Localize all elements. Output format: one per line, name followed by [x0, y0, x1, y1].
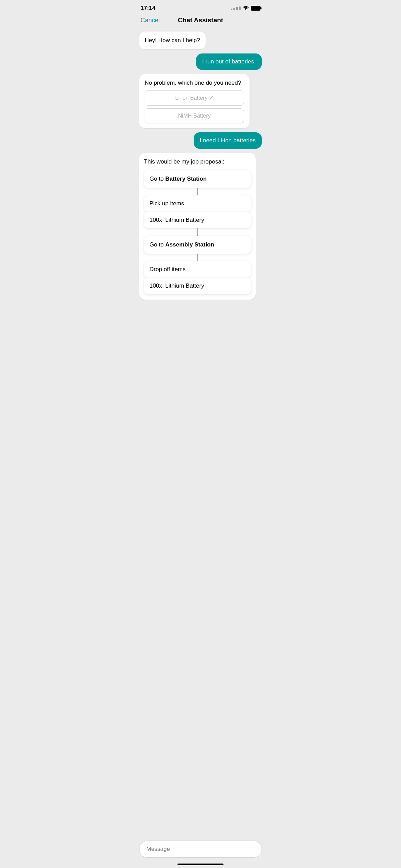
connector-1 [197, 188, 198, 195]
step-goto-assembly-text: Go to Assembly Station [149, 241, 214, 248]
status-time: 17:14 [141, 5, 155, 12]
user-message-2: I need Li-ion batteries [194, 132, 262, 149]
step-pickup-text: Pick up items [149, 200, 184, 207]
bot-message-1-text: Hey! How can I help? [145, 37, 200, 44]
connector-3 [197, 254, 198, 261]
wifi-icon [243, 6, 249, 11]
step-dropoff-text: Drop off items [149, 266, 186, 273]
connector-2 [197, 228, 198, 236]
user-message-1: I run out of batteries. [196, 53, 262, 70]
step-pickup: Pick up items [144, 195, 251, 212]
bot-message-2-text: No problem, which one do you need? [145, 80, 241, 86]
status-bar: 17:14 [134, 0, 267, 14]
cancel-button[interactable]: Cancel [141, 17, 160, 24]
step-dropoff: Drop off items [144, 261, 251, 278]
bot-message-2: No problem, which one do you need? Li-io… [139, 74, 250, 129]
step-goto-assembly: Go to Assembly Station [144, 236, 251, 254]
bot-message-1: Hey! How can I help? [139, 32, 206, 49]
user-message-2-text: I need Li-ion batteries [200, 137, 256, 144]
page-title: Chat Assistant [178, 16, 223, 24]
job-proposal-bubble: This would be my job proposal: Go to Bat… [139, 153, 256, 300]
status-icons [231, 6, 260, 11]
step-goto-battery: Go to Battery Station [144, 170, 251, 188]
battery-icon [251, 6, 260, 11]
battery-option-liion[interactable]: Li-ion Battery ✓ [145, 90, 244, 106]
signal-icon [231, 7, 241, 10]
step-dropoff-item: 100x Lithium Battery [144, 278, 251, 294]
step-goto-battery-text: Go to Battery Station [149, 176, 207, 182]
chat-area: Hey! How can I help? I run out of batter… [134, 28, 267, 334]
job-proposal-title: This would be my job proposal: [144, 158, 251, 165]
user-message-1-text: I run out of batteries. [202, 58, 256, 65]
battery-options: Li-ion Battery ✓ NiMH Battery [145, 90, 244, 123]
step-pickup-item: 100x Lithium Battery [144, 212, 251, 228]
job-steps: Go to Battery Station Pick up items 100x… [144, 170, 251, 294]
battery-option-nimh[interactable]: NiMH Battery [145, 108, 244, 123]
nav-bar: Cancel Chat Assistant [134, 14, 267, 28]
